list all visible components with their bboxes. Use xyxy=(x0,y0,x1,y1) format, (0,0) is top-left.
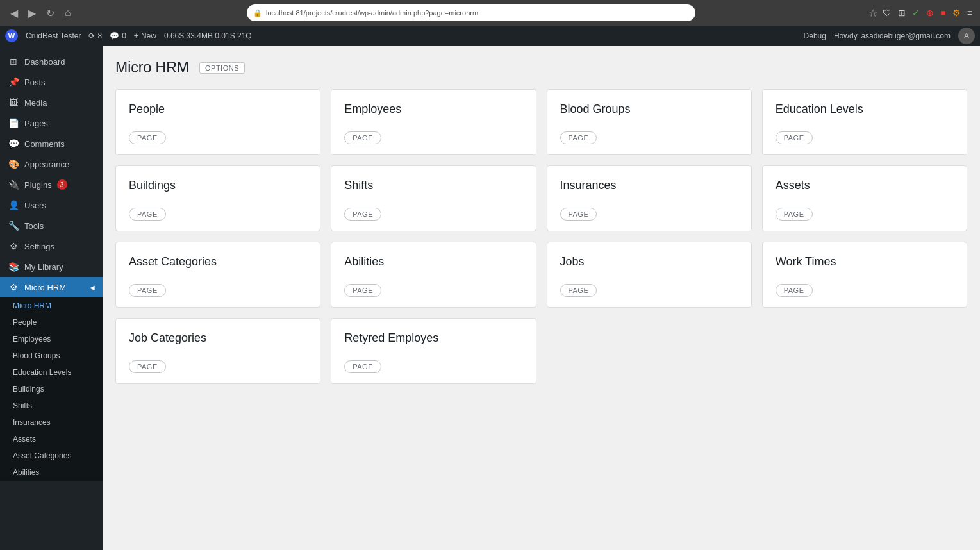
plugins-icon: 🔌 xyxy=(8,179,19,190)
card-assets[interactable]: Assets PAGE xyxy=(762,165,967,231)
home-button[interactable]: ⌂ xyxy=(62,6,74,20)
sidebar-item-users[interactable]: 👤 Users xyxy=(0,195,103,215)
card-retyred-employes[interactable]: Retyred Employes PAGE xyxy=(331,318,536,384)
cards-grid: People PAGE Employees PAGE Blood Groups … xyxy=(115,89,967,384)
submenu-item-asset-categories[interactable]: Asset Categories xyxy=(0,447,103,464)
sidebar-item-pages[interactable]: 📄 Pages xyxy=(0,113,103,133)
sidebar-item-settings[interactable]: ⚙ Settings xyxy=(0,236,103,256)
card-badge-asset-categories: PAGE xyxy=(129,284,166,297)
wp-logo[interactable]: W xyxy=(5,29,18,42)
users-icon: 👤 xyxy=(8,200,19,210)
app-wrapper: ⊞ Dashboard 📌 Posts 🖼 Media 📄 Pages 💬 Co… xyxy=(0,46,980,550)
card-abilities[interactable]: Abilities PAGE xyxy=(331,242,536,308)
sidebar-label-pages: Pages xyxy=(24,119,48,128)
sidebar-label-posts: Posts xyxy=(24,78,46,87)
debug-label[interactable]: Debug xyxy=(804,31,826,40)
avatar[interactable]: A xyxy=(958,28,975,44)
menu-ext-icon[interactable]: ≡ xyxy=(967,8,972,18)
submenu-item-insurances[interactable]: Insurances xyxy=(0,414,103,431)
card-badge-retyred-employes: PAGE xyxy=(344,360,381,373)
card-badge-employees: PAGE xyxy=(344,131,381,144)
gear-ext-icon[interactable]: ⚙ xyxy=(952,8,961,18)
card-shifts[interactable]: Shifts PAGE xyxy=(331,165,536,231)
submenu-item-micro-hrm-title[interactable]: Micro HRM xyxy=(0,297,103,314)
main-content: Micro HRM OPTIONS People PAGE Employees … xyxy=(103,46,980,550)
card-badge-shifts: PAGE xyxy=(344,208,381,221)
square-ext-icon[interactable]: ■ xyxy=(940,8,945,18)
submenu-item-buildings[interactable]: Buildings xyxy=(0,381,103,397)
page-title: Micro HRM xyxy=(115,59,189,76)
card-people[interactable]: People PAGE xyxy=(115,89,320,155)
comments-sidebar-icon: 💬 xyxy=(8,138,19,149)
plus-icon: + xyxy=(134,31,138,40)
security-icon: 🔒 xyxy=(253,9,262,17)
sidebar-item-micro-hrm[interactable]: ⚙ Micro HRM ◀ xyxy=(0,277,103,297)
card-title-work-times: Work Times xyxy=(776,255,954,269)
update-count[interactable]: ⟳ 8 xyxy=(88,31,102,40)
submenu-label-blood-groups: Blood Groups xyxy=(13,351,60,360)
pages-icon: 📄 xyxy=(8,118,19,128)
check-ext-icon[interactable]: ✓ xyxy=(912,8,920,18)
empty-cell-1 xyxy=(547,318,752,384)
sidebar-submenu-hrm: Micro HRM People Employees Blood Groups … xyxy=(0,297,103,481)
submenu-label-asset-categories: Asset Categories xyxy=(13,451,71,460)
card-title-retyred-employes: Retyred Employes xyxy=(344,331,522,345)
submenu-label-assets: Assets xyxy=(13,435,36,444)
card-title-asset-categories: Asset Categories xyxy=(129,255,307,269)
plugins-badge: 3 xyxy=(57,179,67,190)
sidebar-item-appearance[interactable]: 🎨 Appearance xyxy=(0,154,103,174)
new-label: New xyxy=(141,31,156,40)
circle-ext-icon[interactable]: ⊕ xyxy=(926,8,934,18)
submenu-item-education-levels[interactable]: Education Levels xyxy=(0,364,103,381)
comments-count[interactable]: 💬 0 xyxy=(110,31,126,40)
sidebar-item-comments[interactable]: 💬 Comments xyxy=(0,133,103,154)
sidebar-item-dashboard[interactable]: ⊞ Dashboard xyxy=(0,51,103,72)
update-icon: ⟳ xyxy=(88,31,95,40)
card-asset-categories[interactable]: Asset Categories PAGE xyxy=(115,242,320,308)
submenu-item-blood-groups[interactable]: Blood Groups xyxy=(0,347,103,364)
new-item-button[interactable]: + New xyxy=(134,31,156,40)
card-jobs[interactable]: Jobs PAGE xyxy=(547,242,752,308)
submenu-item-employees[interactable]: Employees xyxy=(0,331,103,347)
sidebar-item-plugins[interactable]: 🔌 Plugins 3 xyxy=(0,174,103,195)
card-title-abilities: Abilities xyxy=(344,255,522,269)
forward-button[interactable]: ▶ xyxy=(26,6,38,21)
hrm-icon: ⚙ xyxy=(8,282,19,292)
user-info[interactable]: Howdy, asadidebuger@gmail.com xyxy=(834,31,951,40)
browser-chrome: ◀ ▶ ↻ ⌂ 🔒 localhost:81/projects/crudrest… xyxy=(0,0,980,26)
submenu-item-people[interactable]: People xyxy=(0,314,103,331)
card-buildings[interactable]: Buildings PAGE xyxy=(115,165,320,231)
refresh-button[interactable]: ↻ xyxy=(44,6,57,21)
page-header: Micro HRM OPTIONS xyxy=(115,59,967,76)
card-badge-buildings: PAGE xyxy=(129,208,166,221)
posts-icon: 📌 xyxy=(8,77,19,87)
settings-icon: ⚙ xyxy=(8,241,19,251)
site-name[interactable]: CrudRest Tester xyxy=(26,31,81,40)
sidebar-label-media: Media xyxy=(24,98,47,108)
card-job-categories[interactable]: Job Categories PAGE xyxy=(115,318,320,384)
card-title-jobs: Jobs xyxy=(560,255,738,269)
shield-ext-icon[interactable]: 🛡 xyxy=(883,8,892,18)
card-insurances[interactable]: Insurances PAGE xyxy=(547,165,752,231)
card-work-times[interactable]: Work Times PAGE xyxy=(762,242,967,308)
hrm-arrow-icon: ◀ xyxy=(90,284,95,291)
back-button[interactable]: ◀ xyxy=(8,6,21,21)
submenu-item-abilities[interactable]: Abilities xyxy=(0,464,103,481)
submenu-item-shifts[interactable]: Shifts xyxy=(0,397,103,414)
card-blood-groups[interactable]: Blood Groups PAGE xyxy=(547,89,752,155)
sidebar-item-tools[interactable]: 🔧 Tools xyxy=(0,215,103,236)
card-title-job-categories: Job Categories xyxy=(129,331,307,345)
card-education-levels[interactable]: Education Levels PAGE xyxy=(762,89,967,155)
submenu-item-assets[interactable]: Assets xyxy=(0,431,103,447)
sidebar-item-media[interactable]: 🖼 Media xyxy=(0,92,103,113)
sidebar-label-micro-hrm: Micro HRM xyxy=(24,283,66,292)
card-title-assets: Assets xyxy=(776,179,954,192)
sidebar-item-my-library[interactable]: 📚 My Library xyxy=(0,256,103,277)
card-employees[interactable]: Employees PAGE xyxy=(331,89,536,155)
sidebar-item-posts[interactable]: 📌 Posts xyxy=(0,72,103,92)
url-bar[interactable]: 🔒 localhost:81/projects/crudrest/wp-admi… xyxy=(247,4,695,21)
grid-ext-icon[interactable]: ⊞ xyxy=(898,8,906,18)
sidebar-label-settings: Settings xyxy=(24,242,54,251)
sidebar-label-appearance: Appearance xyxy=(24,160,69,169)
bookmark-icon[interactable]: ☆ xyxy=(868,7,877,19)
